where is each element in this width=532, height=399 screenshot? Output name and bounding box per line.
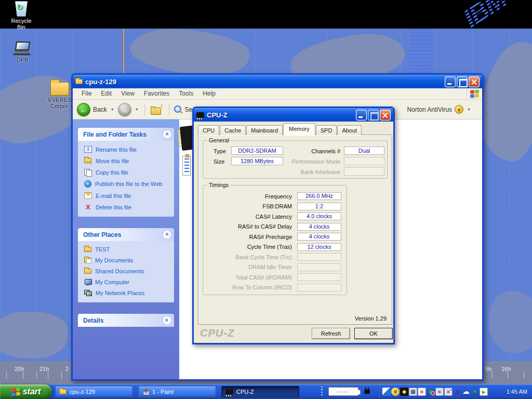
menu-help[interactable]: Help bbox=[198, 88, 220, 99]
refresh-button[interactable]: Refresh bbox=[312, 328, 350, 339]
norton-tray-icon[interactable]: v bbox=[391, 388, 400, 396]
task-rename-file[interactable]: IRename this file bbox=[84, 146, 172, 153]
file-tasks-header[interactable]: File and Folder Tasks bbox=[78, 128, 174, 141]
up-folder-button[interactable] bbox=[150, 103, 164, 116]
channels-value: Dual bbox=[344, 147, 384, 155]
norton-antivirus-toolbar[interactable]: Norton AntiVirus v ▼ bbox=[407, 105, 472, 114]
tab-cpu[interactable]: CPU bbox=[198, 125, 219, 135]
connection-tray-icon[interactable] bbox=[382, 388, 391, 396]
norton-dropdown-arrow[interactable]: ▼ bbox=[467, 108, 471, 111]
maximize-button[interactable] bbox=[457, 76, 468, 87]
ibm-logo: IBM bbox=[458, 0, 511, 34]
taskbar-task-cpuz[interactable]: CPU-Z bbox=[221, 386, 299, 397]
menu-view[interactable]: View bbox=[116, 88, 139, 99]
menu-tools[interactable]: Tools bbox=[174, 88, 198, 99]
mail-alert-tray-icon[interactable]: ◆ bbox=[400, 388, 408, 396]
menu-favorites[interactable]: Favorites bbox=[139, 88, 174, 99]
timezone-label: 21h bbox=[39, 366, 49, 372]
close-button[interactable] bbox=[380, 110, 391, 121]
messenger-tray-icon[interactable]: ☻ bbox=[427, 388, 435, 396]
tab-cache[interactable]: Cache bbox=[220, 125, 246, 135]
timing-row: CAS# Latency4.0 clocks bbox=[203, 211, 347, 222]
start-button[interactable]: start bbox=[0, 384, 52, 399]
tab-about[interactable]: About bbox=[337, 125, 362, 135]
power-plug-icon bbox=[364, 388, 371, 396]
wallpaper-yellow-line bbox=[123, 29, 124, 73]
ok-button[interactable]: OK bbox=[354, 328, 393, 339]
scheduler-tray-icon[interactable]: ▸ bbox=[480, 388, 488, 396]
ghost-tray-icon[interactable]: ☁ bbox=[462, 388, 470, 396]
folder-icon bbox=[75, 79, 83, 84]
menu-file[interactable]: File bbox=[77, 88, 96, 99]
maximize-button[interactable] bbox=[368, 110, 379, 121]
desktop-icon-dpb[interactable]: DPB bbox=[7, 42, 37, 63]
timing-row: Frequency266.0 MHz bbox=[203, 191, 347, 202]
recycle-bin-icon: ↻ bbox=[15, 1, 28, 17]
updates-tray-icon[interactable]: ♣ bbox=[471, 388, 479, 396]
forward-button[interactable]: → bbox=[118, 103, 131, 116]
task-publish-file[interactable]: ↑Publish this file to the Web bbox=[84, 180, 172, 188]
system-tray: v ◆ ▤ × ☻ × × ◀ ☁ ♣ ▸ bbox=[382, 388, 488, 396]
display-error-tray-icon[interactable]: × bbox=[444, 388, 453, 396]
place-my-documents[interactable]: My Documents bbox=[84, 257, 172, 263]
place-my-computer[interactable]: My Computer bbox=[84, 279, 172, 285]
collapse-chevron-icon[interactable] bbox=[163, 130, 171, 139]
cpuz-titlebar[interactable]: CPU-Z bbox=[194, 108, 393, 122]
taskbar-task-paint[interactable]: 1 - Paint bbox=[138, 386, 216, 397]
norton-icon: v bbox=[455, 105, 463, 114]
close-button[interactable] bbox=[469, 76, 480, 87]
task-copy-file[interactable]: Copy this file bbox=[84, 169, 172, 176]
folder-icon bbox=[59, 389, 66, 394]
timing-row: Row To Column (tRCD) bbox=[203, 283, 347, 293]
task-delete-file[interactable]: XDelete this file bbox=[84, 204, 172, 210]
place-my-network[interactable]: My Network Places bbox=[84, 290, 172, 296]
taskbar-handle[interactable] bbox=[321, 387, 323, 397]
copy-icon bbox=[84, 169, 92, 176]
explorer-titlebar[interactable]: cpu-z-129 bbox=[73, 75, 482, 88]
network-error-tray-icon[interactable]: × bbox=[435, 388, 444, 396]
details-header[interactable]: Details bbox=[78, 314, 174, 327]
volume-tray-icon[interactable]: ◀ bbox=[453, 388, 461, 396]
timing-row: Bank Cycle Time (Trc) bbox=[203, 252, 347, 262]
type-value: DDR2-SDRAM bbox=[231, 147, 283, 155]
desktop-icon-everes[interactable]: EVERES Corpor. bbox=[46, 82, 74, 109]
tab-spd[interactable]: SPD bbox=[316, 125, 337, 135]
tab-memory[interactable]: Memory bbox=[283, 123, 315, 135]
taskbar-task-explorer[interactable]: cpu-z-129 bbox=[55, 386, 133, 397]
printer-tray-icon[interactable]: ▤ bbox=[409, 388, 417, 396]
file-icon[interactable] bbox=[182, 156, 191, 176]
tab-mainboard[interactable]: Mainboard bbox=[246, 125, 283, 135]
size-value: 1280 MBytes bbox=[231, 157, 283, 165]
cpuz-tabs: CPU Cache Mainboard Memory SPD About bbox=[198, 123, 362, 135]
general-groupbox: General Type DDR2-SDRAM Channels # Dual … bbox=[203, 140, 388, 179]
timezone-label: 5h bbox=[485, 366, 491, 372]
task-email-file[interactable]: E-mail this file bbox=[84, 192, 172, 199]
desktop-icon-recycle-bin[interactable]: ↻ Recycle Bin bbox=[6, 1, 36, 30]
timing-row: FSB:DRAM1:2 bbox=[203, 202, 347, 212]
taskbar-clock[interactable]: 1:45 AM bbox=[507, 384, 527, 399]
place-test[interactable]: TEST bbox=[84, 246, 172, 252]
rename-icon: I bbox=[84, 146, 92, 153]
other-places-header[interactable]: Other Places bbox=[78, 228, 174, 241]
collapse-chevron-icon[interactable] bbox=[163, 230, 171, 239]
taskbar: start cpu-z-129 1 - Paint CPU-Z ---- v ◆… bbox=[0, 384, 532, 399]
minimize-button[interactable] bbox=[356, 110, 367, 121]
menu-edit[interactable]: Edit bbox=[96, 88, 116, 99]
place-shared-documents[interactable]: Shared Documents bbox=[84, 268, 172, 274]
forward-dropdown-arrow[interactable]: ▼ bbox=[135, 108, 139, 111]
ras-precharge-value: 4 clocks bbox=[297, 233, 341, 241]
blocked-app-tray-icon[interactable]: × bbox=[418, 388, 426, 396]
cas-latency-value: 4.0 clocks bbox=[297, 212, 341, 220]
back-dropdown-arrow[interactable]: ▼ bbox=[111, 108, 114, 111]
laptop-icon bbox=[13, 42, 32, 56]
task-move-file[interactable]: Move this file bbox=[84, 157, 172, 164]
minimize-button[interactable] bbox=[445, 76, 456, 87]
back-button-label[interactable]: Back bbox=[93, 106, 107, 113]
performance-mode-value bbox=[344, 157, 384, 165]
bank-interleave-label: Bank Interleave bbox=[281, 169, 340, 175]
search-icon[interactable] bbox=[174, 105, 182, 114]
expand-chevron-icon[interactable] bbox=[163, 316, 171, 325]
version-label: Version 1.29 bbox=[355, 315, 387, 322]
back-button[interactable]: ← bbox=[77, 103, 90, 116]
wallpaper-top-band: IBM bbox=[0, 0, 532, 29]
